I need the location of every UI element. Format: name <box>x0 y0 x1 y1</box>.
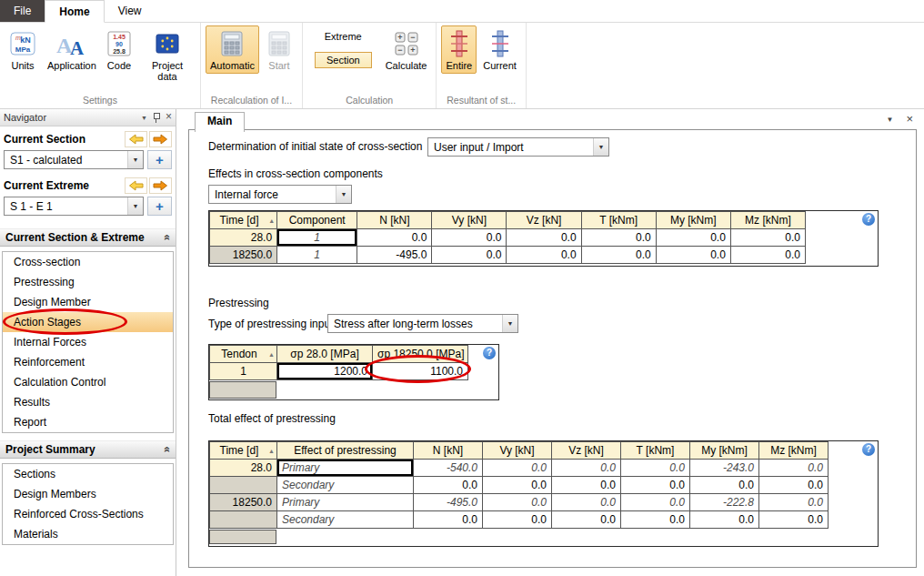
table-cell-time[interactable] <box>210 477 277 494</box>
table-cell[interactable]: 0.0 <box>581 247 656 264</box>
table-cell-effect-selected[interactable]: Primary <box>277 460 414 477</box>
table-cell-stress-28[interactable]: 1200.0 <box>277 363 373 380</box>
current-extreme-select[interactable]: S 1 - E 1 <box>4 197 144 216</box>
table-cell[interactable]: 0.0 <box>483 460 552 477</box>
next-section-button[interactable] <box>149 131 172 147</box>
code-button[interactable]: 1.459025.8 Code <box>101 25 137 74</box>
table-cell[interactable]: 0.0 <box>357 229 432 247</box>
table-cell[interactable]: 0.0 <box>552 494 621 511</box>
sidebar-item-design-member[interactable]: Design Member <box>3 292 173 312</box>
new-row-placeholder[interactable] <box>209 530 276 544</box>
tab-view[interactable]: View <box>105 0 156 22</box>
project-data-button[interactable]: Project data <box>139 25 196 85</box>
table-cell-effect[interactable]: Secondary <box>277 511 414 529</box>
table-cell[interactable]: 0.0 <box>432 229 507 247</box>
table-cell[interactable]: 0.0 <box>690 511 759 529</box>
close-icon[interactable] <box>166 113 172 122</box>
table-cell-tendon[interactable]: 1 <box>210 363 277 380</box>
help-icon[interactable]: ? <box>483 347 496 359</box>
table-cell[interactable]: 0.0 <box>621 494 690 511</box>
sidebar-item-results[interactable]: Results <box>3 392 173 412</box>
units-button[interactable]: mkNMPa Units <box>5 25 41 74</box>
table-cell[interactable]: 0.0 <box>432 247 507 264</box>
previous-extreme-button[interactable] <box>125 177 147 194</box>
table-cell-effect[interactable]: Primary <box>277 494 414 511</box>
table-cell[interactable]: 0.0 <box>552 460 621 477</box>
sidebar-item-cross-section[interactable]: Cross-section <box>3 252 173 272</box>
table-cell[interactable]: 0.0 <box>690 477 759 494</box>
section-button[interactable]: Section <box>315 52 372 68</box>
table-cell[interactable]: 0.0 <box>621 460 690 477</box>
sidebar-item-reinforced-cross-sections[interactable]: Reinforced Cross-Sections <box>3 504 173 524</box>
sidebar-item-report[interactable]: Report <box>3 412 173 432</box>
table-cell-time[interactable]: 28.0 <box>210 229 277 247</box>
table-cell[interactable]: 0.0 <box>552 477 621 494</box>
table-cell[interactable]: 0.0 <box>507 247 581 264</box>
table-cell-effect[interactable]: Secondary <box>277 477 414 494</box>
project-summary-panel-header[interactable]: Project Summary <box>0 440 176 459</box>
table-cell[interactable]: -495.0 <box>414 494 483 511</box>
current-section-select[interactable]: S1 - calculated <box>4 150 144 169</box>
table-cell-time[interactable] <box>210 511 277 529</box>
sidebar-item-sections[interactable]: Sections <box>3 464 173 484</box>
table-cell-time[interactable]: 18250.0 <box>210 247 277 264</box>
help-icon[interactable]: ? <box>862 443 875 456</box>
pin-icon[interactable] <box>153 112 160 123</box>
sidebar-item-prestressing[interactable]: Prestressing <box>3 272 173 292</box>
add-extreme-button[interactable] <box>147 197 172 216</box>
sidebar-item-design-members[interactable]: Design Members <box>3 484 173 504</box>
new-row-placeholder[interactable] <box>209 381 276 399</box>
table-cell[interactable]: 0.0 <box>483 494 552 511</box>
automatic-button[interactable]: Automatic <box>206 25 259 74</box>
add-section-button[interactable] <box>147 150 172 169</box>
table-cell-component-selected[interactable]: 1 <box>277 229 357 247</box>
table-cell[interactable]: 0.0 <box>414 477 483 494</box>
effects-type-select[interactable]: Internal force <box>208 185 352 204</box>
tab-main[interactable]: Main <box>195 112 245 132</box>
initial-state-select[interactable]: User input / Import <box>427 137 609 157</box>
table-cell-component[interactable]: 1 <box>277 247 357 264</box>
tab-file[interactable]: File <box>0 0 45 22</box>
column-header-tendon[interactable]: Tendon <box>210 346 277 363</box>
table-cell[interactable]: 0.0 <box>730 229 805 247</box>
table-cell[interactable]: -243.0 <box>690 460 759 477</box>
table-cell[interactable]: 0.0 <box>414 511 483 529</box>
close-icon[interactable] <box>906 115 913 125</box>
calculate-button[interactable]: +−−+ Calculate <box>381 25 432 74</box>
prestressing-type-select[interactable]: Stress after long-term losses <box>327 314 518 333</box>
table-cell[interactable]: -540.0 <box>414 460 483 477</box>
table-cell[interactable]: 0.0 <box>730 247 805 264</box>
tab-home[interactable]: Home <box>45 0 104 23</box>
start-button[interactable]: Start <box>261 25 297 74</box>
table-cell[interactable]: 0.0 <box>483 511 552 529</box>
previous-section-button[interactable] <box>125 131 147 147</box>
table-cell[interactable]: 0.0 <box>552 511 621 529</box>
table-cell-time[interactable]: 18250.0 <box>210 494 277 511</box>
collapse-chevron-icon[interactable] <box>161 235 174 241</box>
table-cell[interactable]: 0.0 <box>759 511 829 529</box>
tab-list-icon[interactable] <box>886 115 893 125</box>
sidebar-item-internal-forces[interactable]: Internal Forces <box>3 332 173 352</box>
table-cell[interactable]: 0.0 <box>581 229 656 247</box>
entire-button[interactable]: Entire <box>441 25 477 74</box>
table-cell[interactable]: 0.0 <box>507 229 581 247</box>
table-cell[interactable]: 0.0 <box>483 477 552 494</box>
sidebar-item-action-stages[interactable]: Action Stages <box>3 312 173 332</box>
table-cell[interactable]: 0.0 <box>621 511 690 529</box>
section-extreme-panel-header[interactable]: Current Section & Extreme <box>0 228 176 247</box>
collapse-chevron-icon[interactable] <box>161 447 174 453</box>
help-icon[interactable]: ? <box>862 213 875 226</box>
table-cell[interactable]: 0.0 <box>759 460 829 477</box>
table-cell[interactable]: 0.0 <box>656 247 730 264</box>
table-cell[interactable]: 0.0 <box>621 477 690 494</box>
next-extreme-button[interactable] <box>149 177 172 194</box>
dock-menu-icon[interactable] <box>141 114 147 122</box>
column-header-time[interactable]: Time [d] <box>210 212 277 229</box>
sidebar-item-reinforcement[interactable]: Reinforcement <box>3 352 173 372</box>
table-cell[interactable]: -495.0 <box>357 247 432 264</box>
current-button[interactable]: Current <box>478 25 521 74</box>
table-cell[interactable]: 0.0 <box>759 494 829 511</box>
sidebar-item-calculation-control[interactable]: Calculation Control <box>3 372 173 392</box>
table-cell-stress-18250[interactable]: 1100.0 <box>373 363 468 380</box>
application-button[interactable]: AA Application <box>43 25 99 74</box>
